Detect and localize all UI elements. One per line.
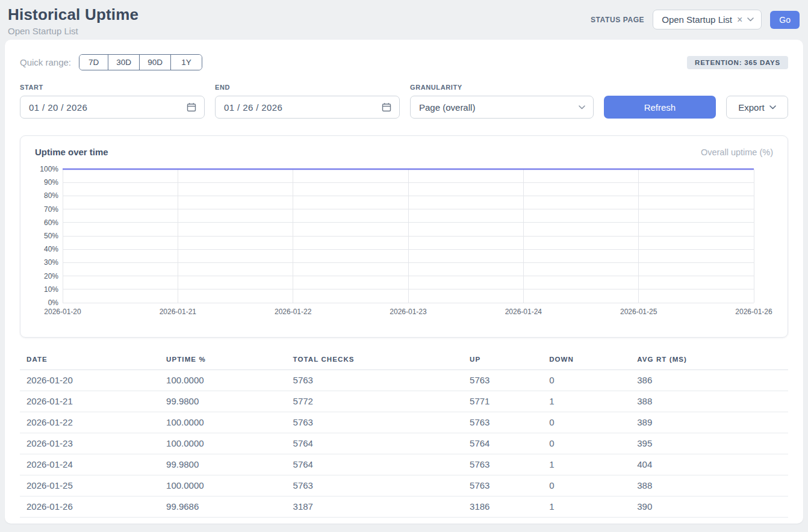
table-row: 2026-01-2499.9800576457631404 (20, 454, 788, 475)
table-row: 2026-01-25100.0000576357630388 (20, 475, 788, 496)
quick-range-button-90d[interactable]: 90D (139, 55, 170, 70)
y-axis-tick-label: 70% (44, 205, 58, 214)
uptime-chart: 0%10%20%30%40%50%60%70%80%90%100% (35, 169, 773, 303)
status-page-value: Open Startup List (662, 14, 732, 25)
filters-row: START 01 / 20 / 2026 END 01 / 26 / 2026 … (20, 84, 788, 119)
table-row: 2026-01-23100.0000576457640395 (20, 433, 788, 454)
table-cell: 5763 (470, 370, 549, 391)
page-subtitle: Open Startup List (8, 26, 138, 36)
quick-range-group: 7D30D90D1Y (79, 54, 202, 70)
calendar-icon[interactable] (382, 102, 391, 112)
granularity-field-wrap: GRANULARITY Page (overall) (410, 84, 594, 119)
quick-range-button-30d[interactable]: 30D (108, 55, 139, 70)
y-axis-tick-label: 90% (44, 178, 58, 187)
table-cell: 5763 (293, 370, 470, 391)
table-cell: 5763 (470, 475, 549, 496)
table-cell: 99.9800 (166, 391, 293, 412)
end-date-field-wrap: END 01 / 26 / 2026 (215, 84, 400, 119)
status-page-select[interactable]: Open Startup List × (653, 10, 762, 29)
uptime-chart-card: Uptime over time Overall uptime (%) 0%10… (20, 135, 788, 338)
uptime-line-series (63, 169, 754, 303)
table-cell: 5771 (470, 391, 549, 412)
y-axis-tick-label: 80% (44, 191, 58, 200)
x-axis-tick-label: 2026-01-24 (505, 308, 542, 316)
table-cell: 5763 (293, 412, 470, 433)
y-axis-tick-label: 20% (44, 272, 58, 280)
table-cell: 1 (549, 496, 637, 518)
table-column-header: UP (470, 352, 549, 370)
table-row: 2026-01-2699.9686318731861390 (20, 496, 788, 518)
table-cell: 5764 (293, 433, 470, 454)
table-cell: 0 (549, 370, 637, 391)
table-cell: 2026-01-21 (20, 391, 166, 412)
chart-legend: Overall uptime (%) (701, 147, 773, 157)
header-left: Historical Uptime Open Startup List (8, 5, 138, 36)
uptime-table: DATEUPTIME %TOTAL CHECKSUPDOWNAVG RT (MS… (20, 352, 788, 518)
table-cell: 0 (549, 433, 637, 454)
table-cell: 100.0000 (166, 433, 293, 454)
chevron-down-icon (747, 17, 754, 22)
table-cell: 2026-01-23 (20, 433, 166, 454)
quick-range-button-7d[interactable]: 7D (79, 55, 108, 70)
table-column-header: AVG RT (MS) (637, 352, 788, 370)
table-cell: 0 (549, 475, 637, 496)
table-cell: 390 (637, 496, 788, 518)
chevron-down-icon (769, 105, 776, 110)
x-axis-tick-label: 2026-01-23 (390, 308, 426, 316)
table-cell: 5763 (470, 412, 549, 433)
end-date-value: 01 / 26 / 2026 (224, 102, 282, 113)
quick-range-row: Quick range: 7D30D90D1Y RETENTION: 365 D… (20, 54, 788, 70)
table-cell: 2026-01-24 (20, 454, 166, 475)
table-row: 2026-01-22100.0000576357630389 (20, 412, 788, 433)
table-cell: 100.0000 (166, 370, 293, 391)
chart-plot-area (63, 169, 754, 303)
table-cell: 389 (637, 412, 788, 433)
go-button[interactable]: Go (770, 11, 800, 29)
table-cell: 2026-01-20 (20, 370, 166, 391)
table-cell: 5772 (293, 391, 470, 412)
page-title: Historical Uptime (8, 5, 138, 24)
calendar-icon[interactable] (187, 102, 196, 112)
start-date-input[interactable]: 01 / 20 / 2026 (20, 96, 205, 119)
main-panel: Quick range: 7D30D90D1Y RETENTION: 365 D… (5, 40, 803, 524)
header-right: STATUS PAGE Open Startup List × Go (591, 10, 800, 29)
start-date-value: 01 / 20 / 2026 (29, 102, 87, 113)
quick-range-button-1y[interactable]: 1Y (170, 55, 202, 70)
table-cell: 100.0000 (166, 412, 293, 433)
table-body: 2026-01-20100.00005763576303862026-01-21… (20, 370, 788, 518)
chart-title: Uptime over time (35, 147, 108, 157)
granularity-value: Page (overall) (419, 102, 475, 113)
table-cell: 3187 (293, 496, 470, 518)
x-axis-tick-label: 2026-01-25 (620, 308, 657, 316)
refresh-button[interactable]: Refresh (604, 96, 716, 119)
table-column-header: UPTIME % (166, 352, 293, 370)
table-header-row: DATEUPTIME %TOTAL CHECKSUPDOWNAVG RT (MS… (20, 352, 788, 370)
y-axis-tick-label: 50% (44, 232, 58, 240)
y-axis-tick-label: 10% (44, 285, 58, 294)
table-cell: 99.9686 (166, 496, 293, 518)
table-cell: 388 (637, 475, 788, 496)
top-header: Historical Uptime Open Startup List STAT… (0, 0, 808, 40)
granularity-select[interactable]: Page (overall) (410, 96, 594, 119)
chevron-down-icon (579, 105, 585, 110)
table-cell: 2026-01-25 (20, 475, 166, 496)
retention-badge: RETENTION: 365 DAYS (687, 56, 788, 69)
end-date-input[interactable]: 01 / 26 / 2026 (215, 96, 400, 119)
clear-icon[interactable]: × (737, 15, 742, 25)
table-cell: 388 (637, 391, 788, 412)
x-axis-tick-label: 2026-01-20 (44, 308, 81, 316)
table-column-header: TOTAL CHECKS (293, 352, 470, 370)
table-cell: 5763 (470, 454, 549, 475)
x-axis-tick-label: 2026-01-26 (735, 308, 772, 316)
table-cell: 5763 (293, 475, 470, 496)
table-cell: 3186 (470, 496, 549, 518)
chart-y-axis: 0%10%20%30%40%50%60%70%80%90%100% (35, 169, 63, 303)
export-button[interactable]: Export (726, 96, 788, 119)
table-column-header: DOWN (549, 352, 637, 370)
table-cell: 386 (637, 370, 788, 391)
y-axis-tick-label: 0% (48, 298, 58, 307)
chart-x-axis: 2026-01-202026-01-212026-01-222026-01-23… (63, 308, 754, 321)
export-button-label: Export (738, 102, 764, 113)
granularity-label: GRANULARITY (410, 84, 594, 91)
start-date-field-wrap: START 01 / 20 / 2026 (20, 84, 205, 119)
